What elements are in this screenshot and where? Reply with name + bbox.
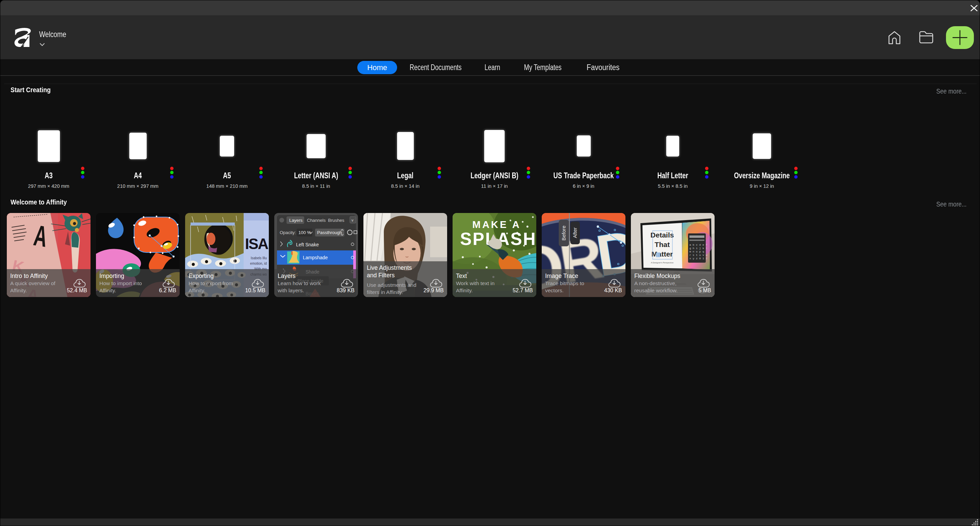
svg-text:After: After [572, 227, 578, 238]
svg-text:Channels: Channels [307, 218, 326, 223]
svg-text:MAKE A: MAKE A [472, 219, 521, 230]
svg-text:Layers: Layers [289, 218, 303, 223]
svg-text:m n o p q: m n o p q [689, 250, 704, 253]
svg-text:emotion, id: emotion, id [250, 262, 267, 265]
svg-text:100 %: 100 % [298, 230, 311, 235]
svg-text:Isabels Illu: Isabels Illu [251, 256, 267, 260]
svg-text:Brushes: Brushes [328, 218, 344, 223]
svg-text:Lampshade: Lampshade [303, 255, 328, 260]
svg-text:Details: Details [651, 231, 674, 239]
svg-text:a b c d e f: a b c d e f [689, 243, 708, 246]
svg-text:g h i j k l: g h i j k l [689, 247, 708, 250]
svg-text:That: That [655, 240, 670, 248]
svg-text:A Designer's Perspective: A Designer's Perspective [651, 262, 674, 264]
svg-text:x y z 0 1 2: x y z 0 1 2 [689, 257, 708, 260]
svg-text:Matter: Matter [651, 250, 673, 258]
svg-text:Passthrough: Passthrough [317, 230, 342, 235]
svg-text:v: v [352, 218, 353, 222]
svg-text:Opacity:: Opacity: [280, 230, 296, 235]
svg-text:Before: Before [561, 226, 566, 240]
svg-text:r s t u v w: r s t u v w [689, 253, 708, 257]
svg-text:ISAB: ISAB [245, 235, 269, 252]
svg-text:Left Snake: Left Snake [296, 242, 319, 247]
